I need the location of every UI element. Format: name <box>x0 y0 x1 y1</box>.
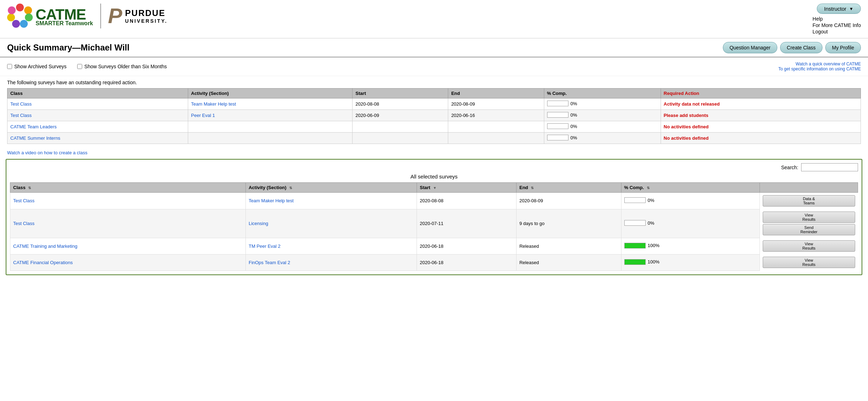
cell-pct: 0% <box>544 110 661 121</box>
outstanding-intro: The following surveys have an outstandin… <box>7 80 861 85</box>
create-class-video-link[interactable]: Watch a video on how to create a class <box>7 150 88 155</box>
col-pct-sorted[interactable]: % Comp. ⇅ <box>621 183 760 193</box>
cell-class: Test Class <box>10 209 246 238</box>
progress-fill <box>625 260 645 264</box>
my-profile-button[interactable]: My Profile <box>825 42 861 53</box>
activity-link[interactable]: FinOps Team Eval 2 <box>249 260 290 265</box>
activity-link[interactable]: Team Maker Help test <box>249 198 293 203</box>
purdue-p-letter: P <box>108 4 122 28</box>
table-row: Test Class Peer Eval 1 2020-06-09 2020-0… <box>7 110 861 121</box>
all-surveys-title: All selected surveys <box>10 173 858 180</box>
cell-end: Released <box>516 254 621 271</box>
action-button[interactable]: ViewResults <box>763 212 855 223</box>
cell-start: 2020-08-08 <box>353 98 448 110</box>
col-actions-header <box>760 183 858 193</box>
purdue-name: PURDUE <box>125 8 168 18</box>
progress-bar <box>624 197 646 203</box>
cell-required-action: No activities defined <box>661 121 861 133</box>
action-button[interactable]: SendReminder <box>763 224 855 235</box>
cell-pct: 0% <box>544 98 661 110</box>
class-link[interactable]: CATME Financial Operations <box>13 260 73 265</box>
action-button[interactable]: Data &Teams <box>763 195 855 207</box>
activity-link[interactable]: Licensing <box>249 221 268 226</box>
table-row: Test Class Licensing 2020-07-11 9 days t… <box>10 209 858 238</box>
older-surveys-filter: Show Surveys Older than Six Months <box>77 64 167 69</box>
class-link[interactable]: Test Class <box>13 221 35 226</box>
progress-bar <box>547 135 568 140</box>
progress-bar <box>624 220 646 226</box>
required-action-link[interactable]: No activities defined <box>664 135 709 141</box>
older-surveys-checkbox[interactable] <box>77 64 82 69</box>
progress-bar-container: 0% <box>547 112 577 118</box>
cell-end: 2020-08-09 <box>448 98 544 110</box>
dropdown-arrow-icon: ▼ <box>849 6 853 11</box>
class-link[interactable]: Test Class <box>10 101 32 107</box>
create-class-button[interactable]: Create Class <box>780 42 822 53</box>
cell-end: Released <box>516 238 621 254</box>
cell-activity: Team Maker Help test <box>245 193 417 209</box>
pct-label: 0% <box>648 220 655 226</box>
archived-surveys-checkbox[interactable] <box>7 64 12 69</box>
progress-bar-container: 0% <box>547 101 577 106</box>
pct-label: 0% <box>571 135 577 140</box>
cell-actions: ViewResults <box>760 254 858 271</box>
class-link[interactable]: CATME Summer Interns <box>10 135 60 141</box>
pct-label: 0% <box>648 198 655 203</box>
col-class: Class <box>7 89 188 98</box>
col-class-sorted[interactable]: Class ⇅ <box>10 183 246 193</box>
instructor-dropdown[interactable]: Instructor ▼ <box>817 4 861 14</box>
question-manager-button[interactable]: Question Manager <box>723 42 777 53</box>
cell-activity <box>188 133 353 144</box>
search-input[interactable] <box>801 163 858 171</box>
col-activity-sorted[interactable]: Activity (Section) ⇅ <box>245 183 417 193</box>
activity-link[interactable]: Peer Eval 1 <box>191 113 215 118</box>
activity-link[interactable]: Team Maker Help test <box>191 101 236 107</box>
required-action-link[interactable]: Please add students <box>664 113 709 118</box>
table-row: CATME Team Leaders 0% No activities defi… <box>7 121 861 133</box>
class-link[interactable]: Test Class <box>10 113 32 118</box>
logo-circles <box>7 4 33 29</box>
col-start-sorted[interactable]: Start ▼ <box>417 183 516 193</box>
cell-activity: Team Maker Help test <box>188 98 353 110</box>
title-row: Quick Summary—Michael Will Question Mana… <box>0 38 868 57</box>
sort-pct-icon: ⇅ <box>647 186 650 190</box>
table-row: CATME Financial Operations FinOps Team E… <box>10 254 858 271</box>
outstanding-header-row: Class Activity (Section) Start End % Com… <box>7 89 861 98</box>
header-divider <box>100 4 101 28</box>
class-link[interactable]: CATME Team Leaders <box>10 124 57 129</box>
class-link[interactable]: CATME Training and Marketing <box>13 244 77 249</box>
pct-label: 100% <box>648 259 660 264</box>
action-button[interactable]: ViewResults <box>763 240 855 252</box>
required-action-link[interactable]: No activities defined <box>664 124 709 129</box>
activity-link[interactable]: TM Peer Eval 2 <box>249 244 281 249</box>
instructor-label: Instructor <box>824 6 847 12</box>
purdue-sub: UNIVERSITY. <box>125 18 168 24</box>
quick-overview-link[interactable]: Watch a quick overview of CATME <box>778 62 861 66</box>
cell-actions: ViewResultsSendReminder <box>760 209 858 238</box>
cell-start: 2020-06-09 <box>353 110 448 121</box>
action-button[interactable]: ViewResults <box>763 257 855 268</box>
required-action-link[interactable]: Activity data not released <box>664 101 720 107</box>
logout-link[interactable]: Logout <box>813 29 828 34</box>
cell-start <box>353 121 448 133</box>
progress-bar <box>547 123 568 129</box>
purdue-logo: P PURDUE UNIVERSITY. <box>108 4 168 28</box>
cell-end <box>448 121 544 133</box>
archived-surveys-label: Show Archived Surveys <box>14 64 67 69</box>
specific-info-link[interactable]: To get specific information on using CAT… <box>778 66 861 71</box>
table-row: CATME Summer Interns 0% No activities de… <box>7 133 861 144</box>
cell-pct: 0% <box>621 193 760 209</box>
more-catme-info-link[interactable]: For More CATME Info <box>813 22 861 28</box>
cell-class: Test Class <box>10 193 246 209</box>
progress-bar-container: 100% <box>624 243 660 248</box>
cell-pct: 0% <box>621 209 760 238</box>
table-row: Test Class Team Maker Help test 2020-08-… <box>7 98 861 110</box>
cell-pct: 0% <box>544 121 661 133</box>
class-link[interactable]: Test Class <box>13 198 35 203</box>
purdue-name-block: PURDUE UNIVERSITY. <box>125 8 168 24</box>
cell-start: 2020-08-08 <box>417 193 516 209</box>
cell-class: CATME Training and Marketing <box>10 238 246 254</box>
col-end-sorted[interactable]: End ⇅ <box>516 183 621 193</box>
cell-activity: Licensing <box>245 209 417 238</box>
help-link[interactable]: Help <box>813 16 823 22</box>
